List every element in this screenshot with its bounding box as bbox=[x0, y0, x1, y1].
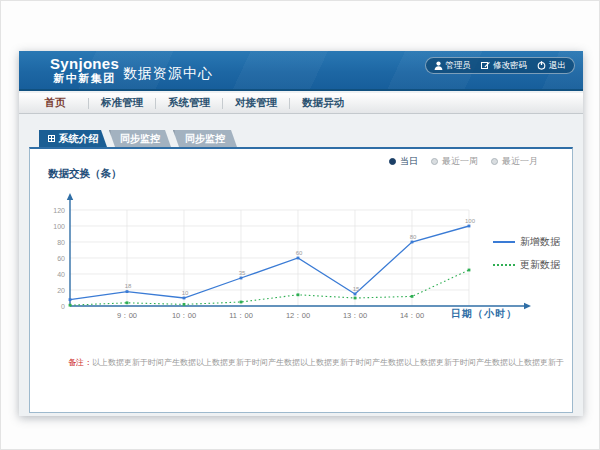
canvas: Synjones 新中新集团 数据资源中心 管理员修改密码退出 首页标准管理系统… bbox=[0, 0, 600, 450]
footnote-label: 备注： bbox=[68, 358, 92, 367]
change-password-button[interactable]: 修改密码 bbox=[481, 60, 527, 72]
edit-icon bbox=[481, 61, 490, 70]
user-toolbar: 管理员修改密码退出 bbox=[425, 57, 576, 74]
page-title: 数据资源中心 bbox=[123, 65, 213, 83]
radio-option-0[interactable]: 当日 bbox=[389, 155, 418, 168]
user-menu-button[interactable]: 管理员 bbox=[434, 60, 472, 72]
radio-dot-icon bbox=[431, 158, 438, 165]
legend-line-icon bbox=[493, 241, 515, 243]
tab-2[interactable]: 同步监控 bbox=[173, 130, 237, 147]
app-header: Synjones 新中新集团 数据资源中心 管理员修改密码退出 bbox=[19, 51, 583, 91]
chart-legend: 新增数据更新数据 bbox=[493, 235, 560, 272]
svg-text:100: 100 bbox=[53, 223, 65, 230]
power-icon bbox=[537, 61, 546, 70]
brand-logo-cn: 新中新集团 bbox=[50, 72, 119, 85]
logout-button[interactable]: 退出 bbox=[537, 60, 566, 72]
svg-text:18: 18 bbox=[125, 283, 132, 289]
app-window: Synjones 新中新集团 数据资源中心 管理员修改密码退出 首页标准管理系统… bbox=[19, 51, 583, 416]
brand-logo-en: Synjones bbox=[50, 56, 119, 72]
nav-item-2[interactable]: 系统管理 bbox=[156, 96, 222, 110]
tab-1[interactable]: 同步监控 bbox=[109, 130, 171, 147]
legend-line-icon bbox=[493, 264, 515, 266]
svg-text:10: 10 bbox=[182, 290, 189, 296]
svg-text:60: 60 bbox=[296, 250, 303, 256]
legend-item-1: 更新数据 bbox=[493, 258, 560, 272]
user-icon bbox=[434, 61, 443, 70]
radio-option-1[interactable]: 最近一周 bbox=[431, 155, 478, 168]
nav-item-0[interactable]: 首页 bbox=[22, 96, 88, 110]
svg-text:14：00: 14：00 bbox=[400, 311, 424, 320]
radio-option-2[interactable]: 最近一月 bbox=[491, 155, 538, 168]
legend-item-0: 新增数据 bbox=[493, 235, 560, 249]
svg-text:120: 120 bbox=[53, 207, 65, 214]
time-range-filter: 当日最近一周最近一月 bbox=[389, 155, 538, 168]
radio-dot-icon bbox=[491, 158, 498, 165]
svg-text:0: 0 bbox=[61, 303, 65, 310]
svg-text:100: 100 bbox=[465, 218, 476, 224]
svg-text:40: 40 bbox=[57, 271, 65, 278]
svg-text:12：00: 12：00 bbox=[286, 311, 310, 320]
main-nav: 首页标准管理系统管理对接管理数据异动 bbox=[19, 93, 583, 114]
svg-text:20: 20 bbox=[57, 287, 65, 294]
nav-item-4[interactable]: 数据异动 bbox=[290, 96, 356, 110]
content-panel: 当日最近一周最近一月 数据交换（条） 0204060801001209：0010… bbox=[29, 147, 573, 413]
svg-text:13：00: 13：00 bbox=[343, 311, 367, 320]
y-axis-title: 数据交换（条） bbox=[48, 167, 122, 181]
svg-text:9：00: 9：00 bbox=[117, 311, 137, 320]
svg-text:80: 80 bbox=[57, 239, 65, 246]
svg-text:35: 35 bbox=[239, 270, 246, 276]
nav-item-1[interactable]: 标准管理 bbox=[89, 96, 155, 110]
radio-dot-icon bbox=[389, 158, 396, 165]
svg-text:10：00: 10：00 bbox=[172, 311, 196, 320]
grid-icon bbox=[48, 135, 55, 142]
brand-logo: Synjones 新中新集团 bbox=[50, 56, 119, 85]
nav-item-3[interactable]: 对接管理 bbox=[223, 96, 289, 110]
tab-0[interactable]: 系统介绍 bbox=[39, 130, 107, 147]
svg-text:15: 15 bbox=[353, 286, 360, 292]
svg-text:60: 60 bbox=[57, 255, 65, 262]
tab-bar: 系统介绍同步监控同步监控 bbox=[19, 130, 583, 147]
footnote: 备注：以上数据更新于时间产生数据以上数据更新于时间产生数据以上数据更新于时间产生… bbox=[68, 357, 564, 368]
footnote-text: 以上数据更新于时间产生数据以上数据更新于时间产生数据以上数据更新于时间产生数据以… bbox=[92, 358, 564, 367]
x-axis-title: 日期（小时） bbox=[451, 307, 517, 321]
svg-text:11：00: 11：00 bbox=[229, 311, 253, 320]
svg-text:80: 80 bbox=[410, 234, 417, 240]
